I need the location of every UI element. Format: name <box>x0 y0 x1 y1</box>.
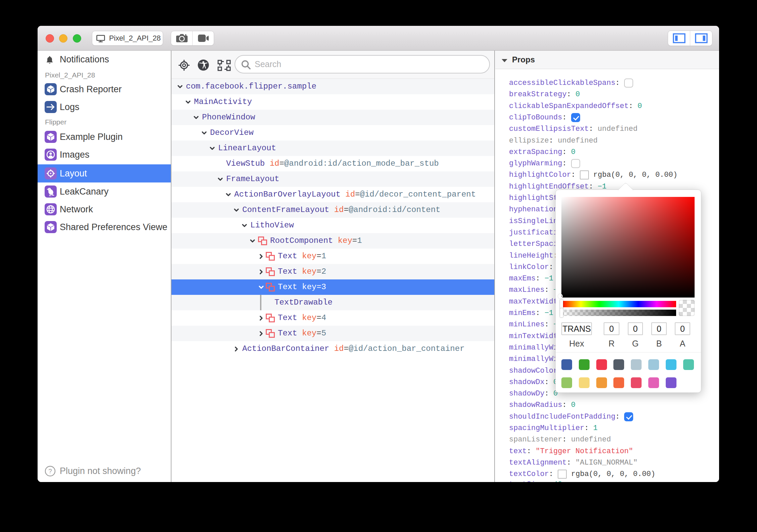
svg-text:?: ? <box>48 468 52 475</box>
